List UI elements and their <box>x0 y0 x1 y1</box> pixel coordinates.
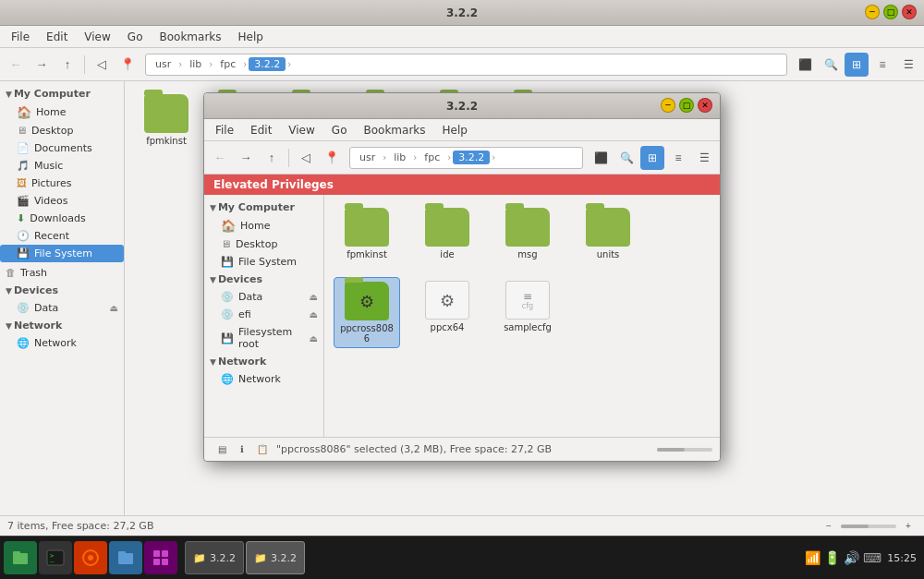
fg-section-mycomputer[interactable]: ▼ My Computer <box>204 199 323 216</box>
fg-menu-edit[interactable]: Edit <box>243 122 279 139</box>
fg-zoom-slider[interactable] <box>657 448 712 452</box>
sidebar-section-mycomputer[interactable]: ▼ My Computer <box>0 85 124 103</box>
fg-sidebar-desktop[interactable]: 🖥 Desktop <box>204 235 323 253</box>
sidebar-item-music[interactable]: 🎵 Music <box>0 157 124 175</box>
fg-content-area: fpmkinst ide msg units ⚙ ppcr <box>324 195 720 437</box>
fg-back-button[interactable]: ← <box>208 146 232 170</box>
sidebar-item-recent[interactable]: 🕐 Recent <box>0 227 124 245</box>
fg-file-ppcx64[interactable]: ⚙ ppcx64 <box>414 277 480 348</box>
taskbar-app-files2[interactable] <box>109 541 142 574</box>
fg-data-eject[interactable]: ⏏ <box>310 292 318 302</box>
fg-minimize-button[interactable]: ─ <box>661 98 675 113</box>
taskbar-app-browser[interactable] <box>74 541 107 574</box>
fg-list-view-button[interactable]: ≡ <box>666 146 690 170</box>
bg-breadcrumb-fpc[interactable]: fpc <box>214 57 241 71</box>
bg-zoom-slider[interactable] <box>841 525 896 528</box>
bg-compact-view-button[interactable]: ☰ <box>896 53 920 77</box>
bg-menu-edit[interactable]: Edit <box>39 29 75 45</box>
bg-forward-button[interactable]: → <box>30 53 54 77</box>
bg-maximize-button[interactable]: □ <box>883 5 898 19</box>
bg-grid-view-button[interactable]: ⊞ <box>845 53 869 77</box>
fg-file-samplecfg[interactable]: ≡ cfg samplecfg <box>494 277 561 348</box>
sidebar-item-home[interactable]: 🏠 Home <box>0 103 124 122</box>
clock[interactable]: 15:25 <box>887 552 917 564</box>
fg-compact-view-button[interactable]: ☰ <box>692 146 716 170</box>
fg-file-ppcross8086[interactable]: ⚙ ppcross8086 <box>334 277 400 348</box>
fg-breadcrumb-usr[interactable]: usr <box>354 151 381 164</box>
fg-sidebar-fsroot[interactable]: 💾 Filesystem root ⏏ <box>204 323 323 353</box>
sidebar-item-videos[interactable]: 🎬 Videos <box>0 192 124 210</box>
bg-location-button[interactable]: 📍 <box>116 53 140 77</box>
taskbar-app-files[interactable] <box>4 541 37 574</box>
fg-file-fpmkinst[interactable]: fpmkinst <box>334 204 400 263</box>
bg-breadcrumb-lib[interactable]: lib <box>184 57 207 71</box>
fg-fsroot-eject[interactable]: ⏏ <box>310 333 318 344</box>
sidebar-section-devices[interactable]: ▼ Devices <box>0 282 124 299</box>
sidebar-item-documents[interactable]: 📄 Documents <box>0 139 124 157</box>
sidebar-item-downloads[interactable]: ⬇ Downloads <box>0 210 124 227</box>
bg-minimize-button[interactable]: ─ <box>865 5 880 19</box>
sidebar-item-desktop[interactable]: 🖥 Desktop <box>0 122 124 139</box>
bg-menu-go[interactable]: Go <box>120 29 151 45</box>
fg-breadcrumb-fpc[interactable]: fpc <box>419 151 445 164</box>
fg-properties-button[interactable]: ℹ <box>232 440 252 460</box>
bg-zoom-in-button[interactable]: + <box>900 518 917 535</box>
fg-file-msg[interactable]: msg <box>494 204 561 263</box>
bg-list-view-button[interactable]: ≡ <box>870 53 894 77</box>
bg-up-button[interactable]: ↑ <box>55 53 79 77</box>
fg-menu-bookmarks[interactable]: Bookmarks <box>356 122 432 139</box>
bg-menu-help[interactable]: Help <box>231 29 271 45</box>
fg-search-button[interactable]: 🔍 <box>614 146 638 170</box>
fg-section-network[interactable]: ▼ Network <box>204 353 323 370</box>
bg-close-button[interactable]: ✕ <box>902 5 917 19</box>
sidebar-item-filesystem[interactable]: 💾 File System <box>0 245 124 262</box>
taskbar-app-extra[interactable] <box>144 541 177 574</box>
fg-up-button[interactable]: ↑ <box>260 146 284 170</box>
fg-menu-file[interactable]: File <box>208 122 241 139</box>
fg-file-units[interactable]: units <box>575 204 641 263</box>
bg-breadcrumb-usr[interactable]: usr <box>150 57 176 71</box>
fg-file-ide[interactable]: ide <box>414 204 480 263</box>
fg-sidebar-efi[interactable]: 💿 efi ⏏ <box>204 306 323 323</box>
fg-info-button[interactable]: 📋 <box>252 440 273 460</box>
fg-menu-go[interactable]: Go <box>324 122 355 139</box>
fg-breadcrumb-322[interactable]: 3.2.2 <box>453 151 490 164</box>
fg-menu-view[interactable]: View <box>281 122 322 139</box>
fg-sidebar-data[interactable]: 💿 Data ⏏ <box>204 288 323 306</box>
fg-sidebar-home[interactable]: 🏠 Home <box>204 216 323 235</box>
sidebar-item-pictures[interactable]: 🖼 Pictures <box>0 175 124 192</box>
bg-split-button[interactable]: ⬛ <box>793 53 817 77</box>
bg-search-button[interactable]: 🔍 <box>819 53 843 77</box>
bg-file-fpmkinst[interactable]: fpmkinst <box>134 90 199 150</box>
fg-maximize-button[interactable]: □ <box>679 98 694 113</box>
taskbar-window-bg[interactable]: 📁 3.2.2 <box>185 541 244 574</box>
fg-grid-view-button[interactable]: ⊞ <box>640 146 664 170</box>
taskbar-window-fg[interactable]: 📁 3.2.2 <box>246 541 305 574</box>
bg-back-button[interactable]: ← <box>4 53 28 77</box>
bg-menu-file[interactable]: File <box>4 29 37 45</box>
fg-sidebar-network[interactable]: 🌐 Network <box>204 370 323 388</box>
bg-history-button[interactable]: ◁ <box>90 53 114 77</box>
sidebar-section-network[interactable]: ▼ Network <box>0 317 124 334</box>
sidebar-item-trash[interactable]: 🗑 Trash <box>0 264 124 282</box>
fg-sidebar-filesystem[interactable]: 💾 File System <box>204 253 323 271</box>
taskbar-app-terminal[interactable]: _ > <box>39 541 72 574</box>
bg-menu-view[interactable]: View <box>77 29 117 45</box>
fg-split-button[interactable]: ⬛ <box>589 146 613 170</box>
fg-location-button[interactable]: 📍 <box>320 146 344 170</box>
sidebar-item-data[interactable]: 💿 Data ⏏ <box>0 299 124 317</box>
fg-history-button[interactable]: ◁ <box>294 146 318 170</box>
fg-section-devices[interactable]: ▼ Devices <box>204 271 323 288</box>
fg-close-button[interactable]: ✕ <box>698 98 712 113</box>
fg-efi-eject[interactable]: ⏏ <box>310 309 318 320</box>
data-eject-button[interactable]: ⏏ <box>110 303 118 313</box>
sidebar-item-network[interactable]: 🌐 Network <box>0 334 124 352</box>
fg-breadcrumb-lib[interactable]: lib <box>388 151 411 164</box>
bg-breadcrumb-322[interactable]: 3.2.2 <box>249 57 286 71</box>
bg-zoom-out-button[interactable]: − <box>821 518 837 535</box>
bg-menu-bookmarks[interactable]: Bookmarks <box>152 29 228 45</box>
fg-titlebar: 3.2.2 ─ □ ✕ <box>204 93 720 119</box>
fg-forward-button[interactable]: → <box>234 146 258 170</box>
fg-menu-help[interactable]: Help <box>435 122 475 139</box>
fg-terminal-button[interactable]: ▤ <box>212 440 232 460</box>
